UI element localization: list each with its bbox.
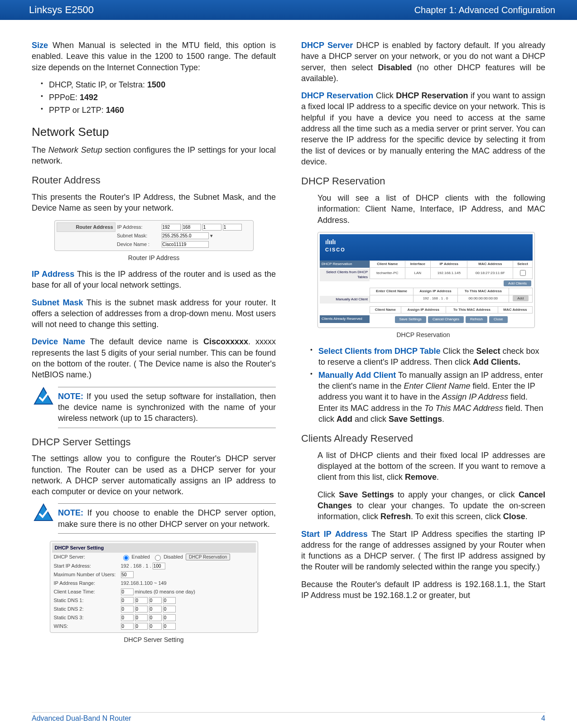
figure-dhcp-setting: DHCP Server Setting DHCP Server: Enabled… (50, 541, 258, 633)
heading-network-setup: Network Setup (32, 124, 276, 140)
dns-octet[interactable] (135, 597, 148, 604)
dns-octet[interactable] (163, 606, 176, 612)
dns-octet[interactable] (149, 606, 162, 612)
list-item: PPTP or L2TP: 1460 (41, 105, 276, 116)
list-item: Select Clients from DHCP Table Click the… (310, 346, 545, 368)
field-label: DHCP Server: (52, 553, 119, 562)
side-tab: Clients Already Reserved (320, 315, 370, 323)
heading-clients-reserved: Clients Already Reserved (301, 432, 545, 445)
dns-octet[interactable] (135, 606, 148, 612)
field-value: 192.168.1.100 ~ 149 (119, 579, 256, 588)
cancel-changes-button[interactable]: Cancel Changes (428, 316, 464, 323)
right-column: DHCP Server DHCP is enabled by factory d… (301, 40, 545, 651)
dns-octet[interactable] (163, 614, 176, 621)
dns-octet[interactable] (149, 597, 162, 604)
dhcp-reservation-para: DHCP Reservation Click DHCP Reservation … (301, 90, 545, 167)
figure-router-address: Router Address IP Address: Subnet Mask: … (54, 220, 254, 251)
topbar: Linksys E2500 Chapter 1: Advanced Config… (0, 0, 577, 20)
reserved-table: Client NameAssign IP AddressTo This MAC … (370, 306, 533, 314)
paragraph: The settings allow you to configure the … (32, 453, 276, 497)
heading-router-address: Router Address (32, 174, 276, 187)
ip-fields (160, 222, 251, 231)
ip-octet[interactable] (182, 224, 201, 231)
size-bullets: DHCP, Static IP, or Telstra: 1500 PPPoE:… (32, 79, 276, 116)
field-label: Static DNS 2: (52, 605, 119, 613)
field-label: IP Address Range: (52, 579, 119, 588)
wins-octet[interactable] (121, 623, 134, 630)
start-ip-input[interactable] (153, 563, 165, 569)
figure-section-label: DHCP Server Setting (52, 543, 256, 553)
checkmark-icon (34, 387, 53, 405)
checkmark-icon (34, 503, 53, 521)
dns-octet[interactable] (135, 614, 148, 621)
list-item: DHCP, Static IP, or Telstra: 1500 (41, 79, 276, 90)
cisco-logo: ılıılıılıılı CISCOCISCO (320, 234, 533, 260)
svg-marker-0 (34, 388, 53, 404)
add-clients-button[interactable]: Add Clients (504, 280, 531, 286)
paragraph: You will see a list of DHCP clients with… (301, 193, 545, 226)
dns-octet[interactable] (149, 614, 162, 621)
page-number: 4 (541, 714, 545, 723)
footer-model: Advanced Dual-Band N Router (32, 714, 131, 723)
figure-section-label: Router Address (57, 222, 115, 231)
lease-time-input[interactable] (121, 588, 134, 595)
field-label: Static DNS 1: (52, 596, 119, 605)
heading-dhcp-server-settings: DHCP Server Settings (32, 435, 276, 449)
list-item: Manually Add Client To manually assign a… (310, 370, 545, 424)
device-name-para: Device Name The default device name is C… (32, 336, 276, 380)
select-client-checkbox[interactable] (520, 270, 526, 276)
figure-caption: DHCP Server Setting (32, 636, 276, 644)
refresh-button[interactable]: Refresh (466, 316, 487, 323)
field-label: Client Lease Time: (52, 588, 119, 596)
max-users-input[interactable] (121, 571, 134, 578)
wins-octet[interactable] (163, 623, 176, 630)
field-label: IP Address: (115, 222, 160, 231)
device-name-input[interactable] (162, 241, 209, 248)
ip-address-para: IP Address This is the IP address of the… (32, 269, 276, 291)
dns-octet[interactable] (121, 606, 134, 612)
dns-octet[interactable] (121, 597, 134, 604)
dhcp-reservation-button[interactable]: DHCP Reservation (186, 554, 230, 560)
svg-marker-1 (34, 504, 53, 521)
close-button[interactable]: Close (489, 316, 507, 323)
field-label: WINS: (52, 622, 119, 631)
note-block: NOTE: If you choose to enable the DHCP s… (32, 503, 276, 534)
ip-octet[interactable] (202, 224, 221, 231)
manual-add-table: Enter Client NameAssign IP AddressTo Thi… (370, 288, 533, 303)
subnet-mask-select[interactable] (162, 232, 209, 239)
dns-octet[interactable] (121, 614, 134, 621)
subnet-mask-para: Subnet Mask This is the subnet mask addr… (32, 297, 276, 330)
side-tab: DHCP Reservation (320, 260, 370, 268)
field-label: Static DNS 3: (52, 613, 119, 622)
figure-caption: DHCP Reservation (301, 331, 545, 339)
size-para: Size When Manual is selected in the MTU … (32, 40, 276, 73)
dhcp-disabled-radio[interactable] (155, 555, 161, 561)
left-column: Size When Manual is selected in the MTU … (32, 40, 276, 651)
heading-dhcp-reservation: DHCP Reservation (301, 174, 545, 188)
wins-octet[interactable] (135, 623, 148, 630)
chapter-title: Chapter 1: Advanced Configuration (414, 5, 555, 15)
field-label: Start IP Address: (52, 562, 119, 570)
dns-octet[interactable] (163, 597, 176, 604)
table-row: techwriter-PCLAN192.168.1.14500:18:27:23… (370, 268, 533, 279)
ip-octet[interactable] (162, 224, 181, 231)
start-ip-para: Start IP Address The Start IP Address sp… (301, 529, 545, 573)
field-label: Subnet Mask: (115, 231, 160, 240)
wins-octet[interactable] (149, 623, 162, 630)
field-label: Maximum Number of Users: (52, 570, 119, 579)
ip-octet[interactable] (223, 224, 242, 231)
note-block: NOTE: If you used the setup software for… (32, 387, 276, 428)
figure-dhcp-reservation: ılıılıılıılı CISCOCISCO DHCP Reservation… (317, 232, 535, 328)
list-item: PPPoE: 1492 (41, 92, 276, 103)
save-settings-button[interactable]: Save Settings (395, 316, 426, 323)
paragraph: Click Save Settings to apply your change… (301, 489, 545, 522)
field-label: Device Name : (115, 240, 160, 249)
dhcp-enabled-radio[interactable] (123, 555, 129, 561)
side-tab: Select Clients from DHCP Tables (320, 269, 370, 281)
paragraph: A list of DHCP clients and their fixed l… (301, 450, 545, 483)
product-name: Linksys E2500 (29, 4, 94, 16)
dhcp-server-para: DHCP Server DHCP is enabled by factory d… (301, 40, 545, 84)
figure-caption: Router IP Address (32, 254, 276, 262)
table-row: 192 . 168 . 1 . 000:00:00:00:00:00Add (370, 295, 533, 302)
add-button[interactable]: Add (513, 295, 528, 301)
